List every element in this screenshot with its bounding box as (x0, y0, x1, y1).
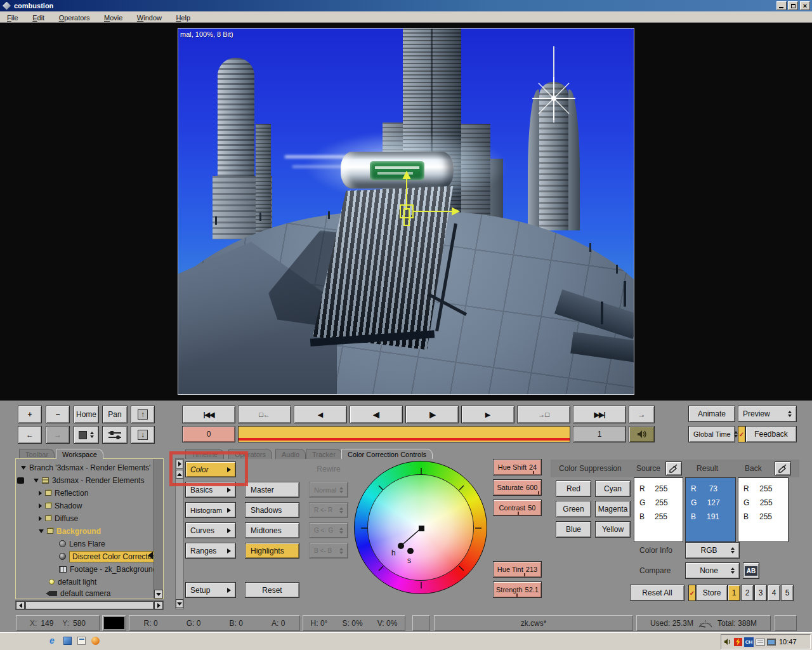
scroll-down-button[interactable] (154, 590, 163, 599)
expand-arrow-icon[interactable] (39, 503, 42, 508)
global-time-select[interactable]: Global Time (688, 426, 735, 442)
cc-highlights-button[interactable]: Highlights (245, 543, 299, 559)
play-to-end-button[interactable]: →□ (517, 406, 570, 423)
tray-volume-icon[interactable] (724, 638, 732, 646)
quicklaunch-show-desktop-icon[interactable] (77, 637, 86, 645)
suppress-magenta-button[interactable]: Magenta (595, 501, 631, 517)
tree-item-branch[interactable]: Branch '3dsmax - Render Elements' (21, 461, 150, 474)
home-button[interactable]: Home (74, 406, 99, 423)
history-forward-button[interactable]: → (46, 426, 70, 444)
hue-shift-slider[interactable]: Hue Shift24 (493, 459, 542, 475)
suppress-cyan-button[interactable]: Cyan (595, 481, 631, 497)
tree-item-default-camera[interactable]: default camera (49, 587, 110, 599)
step-forward-button[interactable]: |▶ (405, 406, 459, 423)
collapse-arrow-icon[interactable] (34, 479, 39, 482)
panel-up-button[interactable]: ↑ (131, 406, 155, 423)
tree-item-diffuse[interactable]: Diffuse (39, 512, 78, 524)
tab-color-correction-controls[interactable]: Color Correction Controls (341, 449, 433, 459)
tree-item-shadow[interactable]: Shadow (39, 500, 82, 512)
viewport-canvas[interactable]: mal, 100%, 8 Bit) (178, 28, 634, 395)
color-info-select[interactable]: RGB (685, 542, 740, 559)
store-checkbox[interactable]: ✓ (688, 585, 696, 601)
saturate-slider[interactable]: Saturate600 (493, 479, 542, 496)
cc-curves-button[interactable]: Curves (185, 522, 236, 538)
go-to-end-button[interactable]: ▶▶| (573, 406, 626, 423)
restore-button[interactable] (788, 1, 798, 10)
play-button[interactable]: ▶ (461, 406, 514, 423)
zoom-out-button[interactable]: − (46, 406, 70, 423)
menu-window[interactable]: Window (131, 13, 167, 23)
tree-hscrollbar[interactable] (15, 600, 164, 610)
suppress-green-button[interactable]: Green (556, 501, 591, 517)
tree-item-lens-flare[interactable]: Lens Flare (59, 538, 105, 550)
title-bar[interactable]: combustion × (0, 0, 812, 11)
suppress-yellow-button[interactable]: Yellow (595, 521, 631, 538)
tray-display-icon[interactable] (767, 639, 776, 646)
tree-item-composite[interactable]: 3dsmax - Render Elements (17, 474, 144, 486)
feedback-button[interactable]: Feedback (745, 426, 797, 442)
tab-audio[interactable]: Audio (275, 449, 306, 459)
collapse-arrow-icon[interactable] (21, 466, 26, 470)
scroll-left-button[interactable] (16, 601, 25, 609)
tree-item-background[interactable]: Background (39, 525, 101, 537)
cc-ranges-button[interactable]: Ranges (185, 543, 236, 559)
tree-item-footage[interactable]: Footage - zk_Background (59, 563, 157, 575)
strength-slider[interactable]: Strength52.1 (493, 581, 542, 598)
cc-reset-button[interactable]: Reset (245, 582, 299, 598)
tab-toolbar[interactable]: Toolbar (19, 449, 55, 459)
menu-operators[interactable]: Operators (53, 13, 96, 23)
hue-tint-slider[interactable]: Hue Tint213 (493, 561, 542, 578)
store-button[interactable]: Store (696, 585, 728, 601)
minimize-button[interactable] (776, 1, 787, 10)
quicklaunch-ie-icon[interactable]: e (49, 635, 55, 646)
expand-arrow-icon[interactable] (39, 516, 42, 521)
play-reverse-button[interactable]: ◀ (294, 406, 347, 423)
suppress-red-button[interactable]: Red (556, 481, 591, 497)
compare-select[interactable]: None (685, 562, 740, 579)
history-back-button[interactable]: ← (18, 426, 42, 444)
cc-midtones-button[interactable]: Midtones (245, 522, 299, 538)
go-to-start-button[interactable]: |◀◀ (182, 406, 235, 423)
close-button[interactable]: × (800, 1, 810, 10)
toolbar-layout-button[interactable] (102, 426, 128, 444)
panel-down-button[interactable]: ↓ (131, 426, 155, 444)
timeline-bar[interactable] (238, 426, 570, 442)
store-slot-2-button[interactable]: 2 (741, 585, 754, 601)
store-slot-3-button[interactable]: 3 (754, 585, 767, 601)
audio-mute-button[interactable] (629, 426, 655, 442)
hscroll-thumb[interactable] (25, 601, 154, 609)
tray-ime-icon[interactable]: CH (744, 637, 754, 647)
animate-button[interactable]: Animate (688, 406, 735, 422)
tree-item-reflection[interactable]: Reflection (39, 487, 88, 499)
tray-download-icon[interactable] (734, 638, 742, 646)
menu-help[interactable]: Help (170, 13, 196, 23)
menu-file[interactable]: File (1, 13, 24, 23)
zoom-in-button[interactable]: + (18, 406, 42, 423)
pan-button[interactable]: Pan (102, 406, 128, 423)
reset-all-button[interactable]: Reset All (630, 585, 684, 601)
cc-master-button[interactable]: Master (245, 482, 299, 498)
preview-select[interactable]: Preview (738, 406, 797, 422)
end-frame-field[interactable]: 1 (573, 426, 626, 442)
quicklaunch-outlook-icon[interactable] (63, 637, 72, 645)
step-back-button[interactable]: ◀| (350, 406, 403, 423)
tray-keyboard-icon[interactable] (756, 639, 765, 646)
cc-histogram-button[interactable]: Histogram (185, 502, 236, 518)
cc-setup-button[interactable]: Setup (185, 582, 236, 598)
display-mode-button[interactable] (74, 426, 99, 444)
current-frame-field[interactable]: 0 (182, 426, 235, 442)
menu-edit[interactable]: Edit (27, 13, 50, 23)
quicklaunch-media-player-icon[interactable] (91, 637, 100, 645)
tab-workspace[interactable]: Workspace (56, 449, 103, 459)
cc-shadows-button[interactable]: Shadows (245, 502, 299, 518)
compare-ab-button[interactable]: AB (743, 562, 759, 579)
contrast-slider[interactable]: Contrast50 (493, 500, 542, 516)
store-slot-1-button[interactable]: 1 (728, 585, 740, 601)
store-slot-4-button[interactable]: 4 (768, 585, 780, 601)
menu-movie[interactable]: Movie (98, 13, 128, 23)
source-eyedropper-button[interactable] (665, 461, 682, 475)
tree-vscrollbar[interactable] (154, 459, 163, 599)
back-eyedropper-button[interactable] (775, 461, 791, 475)
tree-item-default-light[interactable]: default light (49, 576, 96, 588)
expand-arrow-icon[interactable] (39, 491, 42, 496)
